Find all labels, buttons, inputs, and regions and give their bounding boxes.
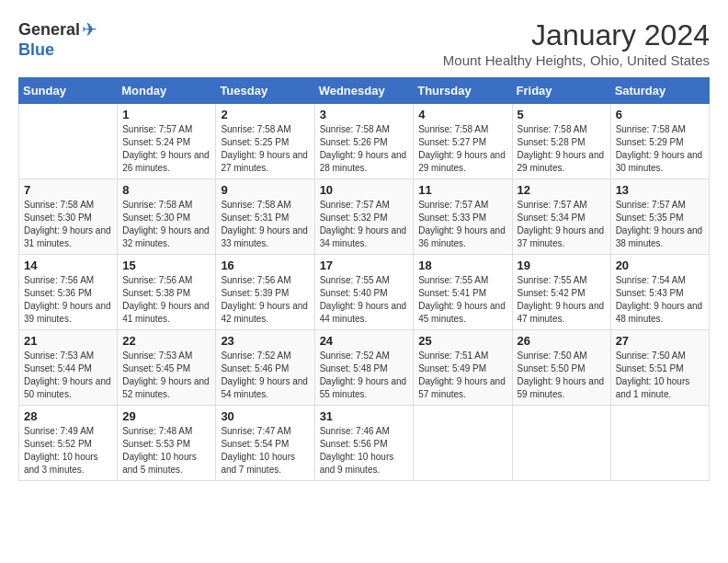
day-info: Sunrise: 7:56 AMSunset: 5:36 PMDaylight:… — [24, 274, 112, 326]
calendar-cell: 2Sunrise: 7:58 AMSunset: 5:25 PMDaylight… — [216, 104, 314, 179]
day-number: 11 — [418, 183, 506, 197]
day-number: 1 — [122, 108, 210, 121]
day-info: Sunrise: 7:57 AMSunset: 5:32 PMDaylight:… — [320, 199, 409, 250]
day-number: 23 — [221, 334, 309, 348]
day-number: 30 — [221, 409, 309, 423]
calendar-cell — [610, 406, 709, 481]
calendar-cell: 16Sunrise: 7:56 AMSunset: 5:39 PMDayligh… — [216, 255, 314, 330]
day-info: Sunrise: 7:52 AMSunset: 5:46 PMDaylight:… — [221, 350, 309, 401]
calendar-cell: 3Sunrise: 7:58 AMSunset: 5:26 PMDaylight… — [314, 104, 414, 179]
day-number: 7 — [24, 183, 112, 197]
day-info: Sunrise: 7:57 AMSunset: 5:35 PMDaylight:… — [616, 199, 704, 250]
calendar-cell: 13Sunrise: 7:57 AMSunset: 5:35 PMDayligh… — [610, 179, 709, 255]
day-number: 14 — [24, 259, 112, 272]
calendar-cell: 11Sunrise: 7:57 AMSunset: 5:33 PMDayligh… — [414, 179, 512, 255]
day-info: Sunrise: 7:54 AMSunset: 5:43 PMDaylight:… — [616, 274, 704, 326]
day-number: 28 — [24, 409, 112, 423]
day-number: 29 — [122, 409, 210, 423]
column-header-friday: Friday — [512, 78, 610, 104]
calendar-cell: 25Sunrise: 7:51 AMSunset: 5:49 PMDayligh… — [414, 330, 512, 406]
day-number: 18 — [418, 259, 506, 272]
page-header: General ✈ Blue January 2024 Mount Health… — [18, 18, 710, 68]
day-number: 22 — [122, 334, 210, 348]
day-info: Sunrise: 7:50 AMSunset: 5:51 PMDaylight:… — [616, 350, 704, 401]
calendar-cell: 8Sunrise: 7:58 AMSunset: 5:30 PMDaylight… — [118, 179, 216, 255]
calendar-header-row: SundayMondayTuesdayWednesdayThursdayFrid… — [19, 78, 710, 104]
logo-bird-icon: ✈ — [82, 18, 97, 40]
calendar-cell: 22Sunrise: 7:53 AMSunset: 5:45 PMDayligh… — [118, 330, 216, 406]
day-info: Sunrise: 7:57 AMSunset: 5:24 PMDaylight:… — [122, 123, 210, 175]
day-info: Sunrise: 7:46 AMSunset: 5:56 PMDaylight:… — [320, 425, 409, 477]
day-number: 17 — [320, 259, 409, 272]
day-info: Sunrise: 7:56 AMSunset: 5:39 PMDaylight:… — [221, 274, 309, 326]
location-text: Mount Healthy Heights, Ohio, United Stat… — [443, 52, 710, 68]
calendar-cell: 20Sunrise: 7:54 AMSunset: 5:43 PMDayligh… — [610, 255, 709, 330]
day-info: Sunrise: 7:57 AMSunset: 5:34 PMDaylight:… — [518, 199, 606, 250]
calendar-cell: 9Sunrise: 7:58 AMSunset: 5:31 PMDaylight… — [216, 179, 314, 255]
logo-general-text: General — [18, 20, 80, 40]
calendar-week-row: 14Sunrise: 7:56 AMSunset: 5:36 PMDayligh… — [19, 255, 710, 330]
day-number: 10 — [320, 183, 409, 197]
day-number: 15 — [122, 259, 210, 272]
day-info: Sunrise: 7:58 AMSunset: 5:30 PMDaylight:… — [122, 199, 210, 250]
calendar-cell: 6Sunrise: 7:58 AMSunset: 5:29 PMDaylight… — [610, 104, 709, 179]
calendar-cell: 24Sunrise: 7:52 AMSunset: 5:48 PMDayligh… — [314, 330, 414, 406]
day-info: Sunrise: 7:58 AMSunset: 5:31 PMDaylight:… — [221, 199, 309, 250]
column-header-tuesday: Tuesday — [216, 78, 314, 104]
day-info: Sunrise: 7:52 AMSunset: 5:48 PMDaylight:… — [320, 350, 409, 401]
calendar-cell: 29Sunrise: 7:48 AMSunset: 5:53 PMDayligh… — [118, 406, 216, 481]
column-header-saturday: Saturday — [610, 78, 709, 104]
calendar-cell — [414, 406, 512, 481]
day-number: 6 — [616, 108, 704, 121]
calendar-cell: 18Sunrise: 7:55 AMSunset: 5:41 PMDayligh… — [414, 255, 512, 330]
column-header-thursday: Thursday — [414, 78, 512, 104]
calendar-cell: 19Sunrise: 7:55 AMSunset: 5:42 PMDayligh… — [512, 255, 610, 330]
day-info: Sunrise: 7:51 AMSunset: 5:49 PMDaylight:… — [418, 350, 506, 401]
day-number: 3 — [320, 108, 409, 121]
logo: General ✈ Blue — [18, 18, 97, 60]
day-number: 31 — [320, 409, 409, 423]
day-number: 26 — [518, 334, 606, 348]
day-info: Sunrise: 7:47 AMSunset: 5:54 PMDaylight:… — [221, 425, 309, 477]
day-info: Sunrise: 7:58 AMSunset: 5:26 PMDaylight:… — [320, 123, 409, 175]
day-info: Sunrise: 7:58 AMSunset: 5:29 PMDaylight:… — [616, 123, 704, 175]
day-number: 4 — [418, 108, 506, 121]
calendar-week-row: 28Sunrise: 7:49 AMSunset: 5:52 PMDayligh… — [19, 406, 710, 481]
calendar-cell: 14Sunrise: 7:56 AMSunset: 5:36 PMDayligh… — [19, 255, 118, 330]
day-info: Sunrise: 7:58 AMSunset: 5:25 PMDaylight:… — [221, 123, 309, 175]
calendar-week-row: 7Sunrise: 7:58 AMSunset: 5:30 PMDaylight… — [19, 179, 710, 255]
calendar-cell: 31Sunrise: 7:46 AMSunset: 5:56 PMDayligh… — [314, 406, 414, 481]
calendar-cell: 5Sunrise: 7:58 AMSunset: 5:28 PMDaylight… — [512, 104, 610, 179]
column-header-sunday: Sunday — [19, 78, 118, 104]
day-number: 21 — [24, 334, 112, 348]
calendar-cell: 1Sunrise: 7:57 AMSunset: 5:24 PMDaylight… — [118, 104, 216, 179]
calendar-week-row: 1Sunrise: 7:57 AMSunset: 5:24 PMDaylight… — [19, 104, 710, 179]
day-info: Sunrise: 7:53 AMSunset: 5:44 PMDaylight:… — [24, 350, 112, 401]
column-header-monday: Monday — [118, 78, 216, 104]
day-info: Sunrise: 7:55 AMSunset: 5:40 PMDaylight:… — [320, 274, 409, 326]
calendar-cell: 7Sunrise: 7:58 AMSunset: 5:30 PMDaylight… — [19, 179, 118, 255]
calendar-table: SundayMondayTuesdayWednesdayThursdayFrid… — [18, 77, 710, 481]
calendar-cell: 30Sunrise: 7:47 AMSunset: 5:54 PMDayligh… — [216, 406, 314, 481]
day-info: Sunrise: 7:53 AMSunset: 5:45 PMDaylight:… — [122, 350, 210, 401]
day-info: Sunrise: 7:48 AMSunset: 5:53 PMDaylight:… — [122, 425, 210, 477]
day-number: 9 — [221, 183, 309, 197]
day-number: 13 — [616, 183, 704, 197]
day-number: 12 — [518, 183, 606, 197]
day-number: 27 — [616, 334, 704, 348]
day-number: 19 — [518, 259, 606, 272]
calendar-cell: 28Sunrise: 7:49 AMSunset: 5:52 PMDayligh… — [19, 406, 118, 481]
calendar-cell: 4Sunrise: 7:58 AMSunset: 5:27 PMDaylight… — [414, 104, 512, 179]
calendar-cell: 12Sunrise: 7:57 AMSunset: 5:34 PMDayligh… — [512, 179, 610, 255]
day-number: 5 — [518, 108, 606, 121]
calendar-cell: 23Sunrise: 7:52 AMSunset: 5:46 PMDayligh… — [216, 330, 314, 406]
day-info: Sunrise: 7:49 AMSunset: 5:52 PMDaylight:… — [24, 425, 112, 477]
title-section: January 2024 Mount Healthy Heights, Ohio… — [443, 18, 710, 68]
calendar-cell — [512, 406, 610, 481]
month-title: January 2024 — [443, 18, 710, 52]
day-number: 8 — [122, 183, 210, 197]
calendar-cell: 21Sunrise: 7:53 AMSunset: 5:44 PMDayligh… — [19, 330, 118, 406]
calendar-cell: 26Sunrise: 7:50 AMSunset: 5:50 PMDayligh… — [512, 330, 610, 406]
day-info: Sunrise: 7:58 AMSunset: 5:28 PMDaylight:… — [518, 123, 606, 175]
day-info: Sunrise: 7:56 AMSunset: 5:38 PMDaylight:… — [122, 274, 210, 326]
